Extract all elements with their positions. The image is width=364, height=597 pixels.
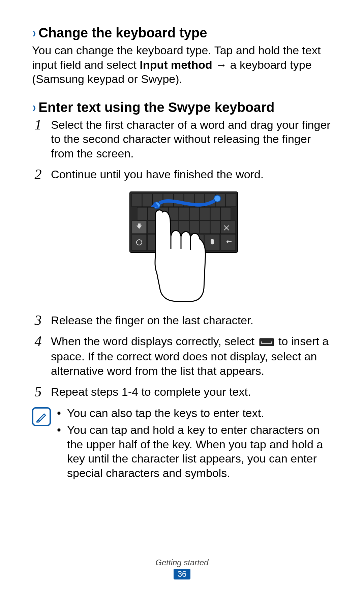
step-number: 5 xyxy=(32,385,44,399)
step-number: 4 xyxy=(32,334,44,348)
heading-enter-swype: › Enter text using the Swype keyboard xyxy=(32,100,335,115)
page-footer: Getting started 36 xyxy=(0,558,364,579)
step-text: Release the finger on the last character… xyxy=(51,313,335,328)
step-number: 3 xyxy=(32,313,44,327)
svg-rect-33 xyxy=(221,234,236,250)
svg-rect-41 xyxy=(261,341,262,344)
note-item: • You can also tap the keys to enter tex… xyxy=(57,406,335,420)
swype-illustration xyxy=(123,188,244,303)
step-text: When the word displays correctly, select… xyxy=(51,334,335,378)
svg-rect-42 xyxy=(271,341,272,344)
step-text: Repeat steps 1-4 to complete your text. xyxy=(51,385,335,399)
svg-rect-17 xyxy=(200,207,210,220)
svg-rect-19 xyxy=(221,207,231,220)
steps-list-cont: 3 Release the finger on the last charact… xyxy=(32,313,335,399)
step-3: 3 Release the finger on the last charact… xyxy=(32,313,335,328)
heading-text: Enter text using the Swype keyboard xyxy=(38,100,274,115)
svg-rect-2 xyxy=(142,194,152,207)
step-1: 1 Select the first character of a word a… xyxy=(32,118,335,161)
step-number: 2 xyxy=(32,167,44,181)
steps-list: 1 Select the first character of a word a… xyxy=(32,118,335,182)
chevron-icon: › xyxy=(33,25,36,40)
step-2: 2 Continue until you have finished the w… xyxy=(32,167,335,182)
svg-point-37 xyxy=(214,195,221,202)
svg-rect-25 xyxy=(189,221,200,234)
svg-rect-26 xyxy=(200,221,210,234)
note-item: • You can tap and hold a key to enter ch… xyxy=(57,423,335,480)
svg-rect-1 xyxy=(132,194,142,207)
space-key-icon xyxy=(259,335,274,350)
note-icon xyxy=(32,407,51,426)
bullet-icon: • xyxy=(57,406,63,420)
step-4: 4 When the word displays correctly, sele… xyxy=(32,334,335,378)
svg-rect-18 xyxy=(210,207,220,220)
svg-rect-35 xyxy=(211,239,214,244)
step-text: Select the first character of a word and… xyxy=(51,118,335,161)
svg-rect-27 xyxy=(210,221,220,234)
svg-rect-28 xyxy=(221,221,236,234)
note-block: • You can also tap the keys to enter tex… xyxy=(32,406,335,483)
heading-text: Change the keyboard type xyxy=(38,25,207,40)
svg-rect-16 xyxy=(189,207,200,220)
heading-change-keyboard: › Change the keyboard type xyxy=(32,25,335,40)
step-number: 1 xyxy=(32,118,44,132)
chevron-icon: › xyxy=(33,100,36,115)
svg-rect-10 xyxy=(226,194,236,207)
note-text: You can also tap the keys to enter text. xyxy=(67,406,264,420)
swype-figure xyxy=(32,188,335,303)
svg-rect-40 xyxy=(262,343,271,344)
step-text: Continue until you have finished the wor… xyxy=(51,167,335,182)
note-bullets: • You can also tap the keys to enter tex… xyxy=(57,406,335,483)
svg-rect-29 xyxy=(132,234,147,250)
svg-rect-15 xyxy=(179,207,189,220)
svg-rect-11 xyxy=(137,207,147,220)
chapter-label: Getting started xyxy=(0,558,364,567)
paragraph-change-keyboard: You can change the keyboard type. Tap an… xyxy=(32,43,335,86)
page-number: 36 xyxy=(174,569,191,579)
step-5: 5 Repeat steps 1-4 to complete your text… xyxy=(32,385,335,399)
bullet-icon: • xyxy=(57,423,63,480)
note-text: You can tap and hold a key to enter char… xyxy=(67,423,335,480)
